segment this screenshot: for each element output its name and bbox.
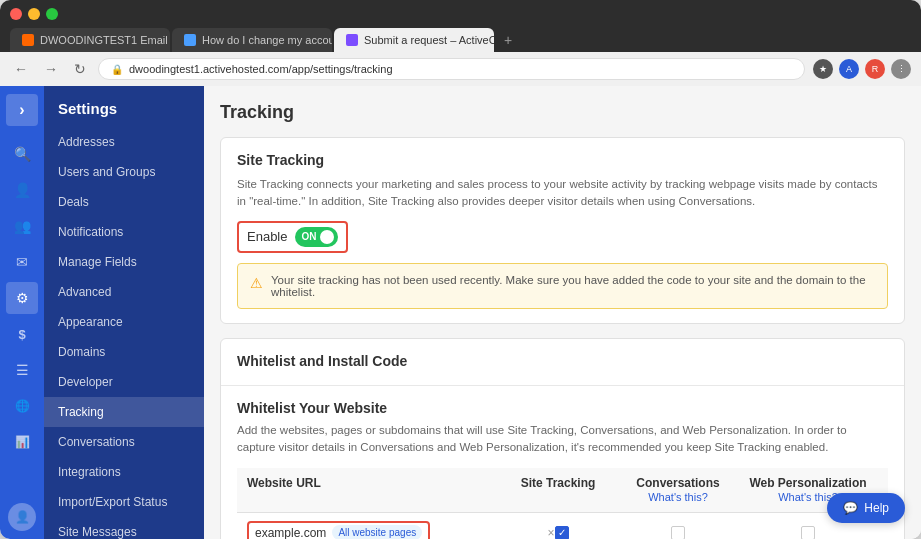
whitelist-section-title: Whitelist and Install Code	[237, 353, 888, 369]
app-layout: › 🔍 👤 👥 ✉ ⚙ $ ☰ 🌐 📊 👤 Settings Addresses…	[0, 86, 921, 539]
enable-label: Enable	[247, 229, 287, 244]
tab-label-1: DWOODINGTEST1 Email Mar...	[40, 34, 170, 46]
sidebar-icon-search[interactable]: 🔍	[6, 138, 38, 170]
extension-btn-2[interactable]: A	[839, 59, 859, 79]
browser-tab-3[interactable]: Submit a request – ActiveCam... ×	[334, 28, 494, 52]
browser-window: DWOODINGTEST1 Email Mar... × How do I ch…	[0, 0, 921, 539]
sidebar-item-users-groups[interactable]: Users and Groups	[44, 157, 204, 187]
remove-cell: × ✓	[498, 526, 618, 540]
whitelist-subsection-title: Whitelist Your Website	[237, 400, 888, 416]
conversations-cell	[618, 526, 738, 540]
personalization-label: Web Personalization	[738, 476, 878, 490]
sidebar-icon-settings[interactable]: ⚙	[6, 282, 38, 314]
warning-text: Your site tracking has not been used rec…	[271, 274, 875, 298]
page-title: Tracking	[220, 102, 905, 123]
tab-label-3: Submit a request – ActiveCam...	[364, 34, 494, 46]
sidebar-item-notifications[interactable]: Notifications	[44, 217, 204, 247]
sidebar-icon-globe[interactable]: 🌐	[6, 390, 38, 422]
browser-tab-2[interactable]: How do I change my account... ×	[172, 28, 332, 52]
sidebar-title: Settings	[44, 86, 204, 127]
url-badge: All website pages	[332, 525, 422, 539]
warning-icon: ⚠	[250, 275, 263, 291]
url-input-box: example.com All website pages	[247, 521, 430, 539]
site-tracking-description: Site Tracking connects your marketing an…	[237, 176, 888, 211]
tracking-checkbox[interactable]: ✓	[555, 526, 569, 540]
col-url-header: Website URL	[247, 476, 498, 504]
back-btn[interactable]: ←	[10, 59, 32, 79]
whitelist-header: Whitelist and Install Code	[221, 339, 904, 385]
sidebar-item-manage-fields[interactable]: Manage Fields	[44, 247, 204, 277]
nav-sidebar: Settings Addresses Users and Groups Deal…	[44, 86, 204, 539]
icon-sidebar: › 🔍 👤 👥 ✉ ⚙ $ ☰ 🌐 📊 👤	[0, 86, 44, 539]
site-tracking-title: Site Tracking	[237, 152, 888, 168]
sidebar-icon-contacts[interactable]: 👤	[6, 174, 38, 206]
warning-banner: ⚠ Your site tracking has not been used r…	[237, 263, 888, 309]
sidebar-item-advanced[interactable]: Advanced	[44, 277, 204, 307]
toggle-on-label: ON	[299, 231, 316, 242]
help-label: Help	[864, 501, 889, 515]
enable-box: Enable ON	[237, 221, 348, 253]
maximize-window-btn[interactable]	[46, 8, 58, 20]
col-conversations-header: Conversations What's this?	[618, 476, 738, 504]
col-tracking-header: Site Tracking	[498, 476, 618, 504]
sidebar-icon-chart[interactable]: 📊	[6, 426, 38, 458]
tab-favicon-3	[346, 34, 358, 46]
browser-chrome: DWOODINGTEST1 Email Mar... × How do I ch…	[0, 0, 921, 52]
sidebar-icon-groups[interactable]: 👥	[6, 210, 38, 242]
forward-btn[interactable]: →	[40, 59, 62, 79]
sidebar-icon-avatar[interactable]: 👤	[8, 503, 36, 531]
help-btn[interactable]: 💬 Help	[827, 493, 905, 523]
sidebar-item-site-messages[interactable]: Site Messages	[44, 517, 204, 539]
site-tracking-card: Site Tracking Site Tracking connects you…	[220, 137, 905, 324]
tab-favicon-1	[22, 34, 34, 46]
sidebar-item-deals[interactable]: Deals	[44, 187, 204, 217]
address-bar-row: ← → ↻ 🔒 dwoodingtest1.activehosted.com/a…	[0, 52, 921, 86]
extension-btn-4[interactable]: ⋮	[891, 59, 911, 79]
help-chat-icon: 💬	[843, 501, 858, 515]
tab-label-2: How do I change my account...	[202, 34, 332, 46]
sidebar-icon-dollar[interactable]: $	[6, 318, 38, 350]
conversations-label: Conversations	[618, 476, 738, 490]
sidebar-item-addresses[interactable]: Addresses	[44, 127, 204, 157]
tab-favicon-2	[184, 34, 196, 46]
conversations-link[interactable]: What's this?	[648, 491, 708, 503]
sidebar-item-integrations[interactable]: Integrations	[44, 457, 204, 487]
toggle-knob	[320, 230, 334, 244]
main-content: Tracking Site Tracking Site Tracking con…	[204, 86, 921, 539]
address-bar[interactable]: 🔒 dwoodingtest1.activehosted.com/app/set…	[98, 58, 805, 80]
url-text: example.com	[255, 526, 326, 540]
table-row: example.com All website pages × ✓	[237, 513, 888, 539]
new-tab-btn[interactable]: +	[496, 28, 520, 52]
remove-row-btn[interactable]: ×	[547, 526, 554, 540]
browser-actions: ★ A R ⋮	[813, 59, 911, 79]
personalization-cell	[738, 526, 878, 540]
site-tracking-section: Site Tracking Site Tracking connects you…	[221, 138, 904, 323]
refresh-btn[interactable]: ↻	[70, 59, 90, 79]
sidebar-item-domains[interactable]: Domains	[44, 337, 204, 367]
sidebar-item-developer[interactable]: Developer	[44, 367, 204, 397]
whitelist-your-website: Whitelist Your Website Add the websites,…	[221, 386, 904, 540]
conversations-checkbox[interactable]	[671, 526, 685, 540]
sidebar-icon-list[interactable]: ☰	[6, 354, 38, 386]
logo-btn[interactable]: ›	[6, 94, 38, 126]
extension-btn-1[interactable]: ★	[813, 59, 833, 79]
whitelist-description: Add the websites, pages or subdomains th…	[237, 422, 888, 457]
lock-icon: 🔒	[111, 64, 123, 75]
table-header: Website URL Site Tracking Conversations …	[237, 468, 888, 513]
minimize-window-btn[interactable]	[28, 8, 40, 20]
close-window-btn[interactable]	[10, 8, 22, 20]
address-text: dwoodingtest1.activehosted.com/app/setti…	[129, 63, 393, 75]
sidebar-icon-email[interactable]: ✉	[6, 246, 38, 278]
traffic-lights	[10, 8, 911, 20]
browser-tabs: DWOODINGTEST1 Email Mar... × How do I ch…	[10, 28, 911, 52]
enable-row: Enable ON	[237, 221, 888, 253]
personalization-checkbox[interactable]	[801, 526, 815, 540]
sidebar-item-appearance[interactable]: Appearance	[44, 307, 204, 337]
browser-tab-1[interactable]: DWOODINGTEST1 Email Mar... ×	[10, 28, 170, 52]
sidebar-item-import-export[interactable]: Import/Export Status	[44, 487, 204, 517]
sidebar-item-conversations[interactable]: Conversations	[44, 427, 204, 457]
extension-btn-3[interactable]: R	[865, 59, 885, 79]
url-cell: example.com All website pages	[247, 521, 498, 539]
site-tracking-toggle[interactable]: ON	[295, 227, 338, 247]
sidebar-item-tracking[interactable]: Tracking	[44, 397, 204, 427]
